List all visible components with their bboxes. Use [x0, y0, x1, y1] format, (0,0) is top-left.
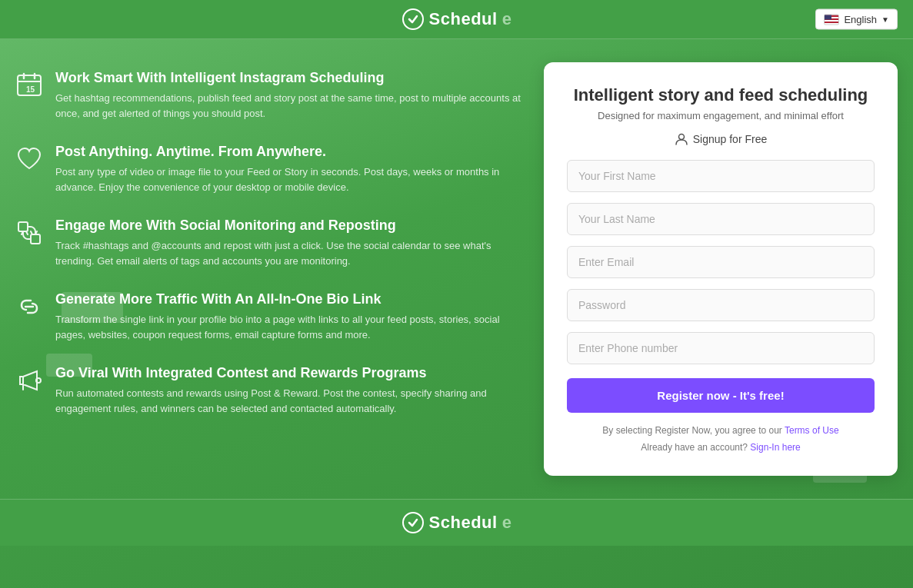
- feature-bio-link-title: Generate More Traffic With An All-In-One…: [55, 291, 521, 307]
- feature-scheduling-desc: Get hashtag recommendations, publish fee…: [55, 91, 521, 121]
- logo-text: Schedul: [429, 9, 498, 29]
- svg-point-11: [403, 513, 423, 533]
- repost-icon: [15, 219, 43, 247]
- register-button[interactable]: Register now - It's free!: [567, 378, 875, 413]
- feature-social-monitoring-text: Engage More With Social Monitoring and R…: [55, 218, 521, 268]
- feature-scheduling-text: Work Smart With Intelligent Instagram Sc…: [55, 70, 521, 121]
- feature-social-monitoring-desc: Track #hashtags and @accounts and repost…: [55, 238, 521, 268]
- feature-contest-text: Go Viral With Integrated Contest and Rew…: [55, 365, 521, 416]
- feature-contest-desc: Run automated contests and rewards using…: [55, 386, 521, 416]
- svg-point-9: [36, 378, 41, 383]
- language-label: English: [844, 14, 877, 25]
- footer-logo: Schedule: [402, 511, 512, 534]
- footer-logo-icon: [402, 511, 425, 534]
- feature-post-anywhere-desc: Post any type of video or image file to …: [55, 164, 521, 194]
- signup-label-text: Signup for Free: [693, 133, 768, 145]
- svg-point-10: [678, 135, 684, 140]
- person-icon: [675, 132, 688, 146]
- feature-post-anywhere: Post Anything. Anytime. From Anywhere. P…: [15, 144, 521, 194]
- feature-contest: Go Viral With Integrated Contest and Rew…: [15, 365, 521, 416]
- phone-input[interactable]: [567, 332, 875, 364]
- footer: Schedule: [0, 499, 913, 546]
- logo: Schedule: [402, 8, 512, 31]
- email-input[interactable]: [567, 246, 875, 278]
- password-input[interactable]: [567, 289, 875, 321]
- feature-bio-link-desc: Transform the single link in your profil…: [55, 312, 521, 342]
- feature-post-anywhere-title: Post Anything. Anytime. From Anywhere.: [55, 144, 521, 160]
- feature-scheduling-title: Work Smart With Intelligent Instagram Sc…: [55, 70, 521, 86]
- megaphone-icon: [15, 367, 43, 394]
- phone-group: [567, 332, 875, 364]
- feature-social-monitoring-title: Engage More With Social Monitoring and R…: [55, 218, 521, 234]
- feature-post-anywhere-text: Post Anything. Anytime. From Anywhere. P…: [55, 144, 521, 194]
- feature-contest-title: Go Viral With Integrated Contest and Rew…: [55, 365, 521, 381]
- svg-rect-7: [31, 234, 40, 244]
- footer-logo-text: Schedul: [429, 513, 498, 533]
- first-name-input[interactable]: [567, 160, 875, 192]
- svg-text:15: 15: [26, 85, 35, 94]
- svg-rect-6: [18, 222, 28, 231]
- email-group: [567, 246, 875, 278]
- language-selector[interactable]: English ▼: [815, 9, 898, 30]
- signup-label: Signup for Free: [567, 132, 875, 146]
- form-subtitle: Designed for maximum engagement, and min…: [567, 110, 875, 121]
- flag-icon: [824, 14, 839, 25]
- last-name-input[interactable]: [567, 203, 875, 235]
- calendar-icon: 15: [15, 71, 43, 99]
- signup-form-panel: Intelligent story and feed scheduling De…: [544, 62, 898, 476]
- feature-bio-link: Generate More Traffic With An All-In-One…: [15, 291, 521, 342]
- feature-social-monitoring: Engage More With Social Monitoring and R…: [15, 218, 521, 268]
- signin-text: Already have an account? Sign-In here: [567, 442, 875, 453]
- first-name-group: [567, 160, 875, 192]
- form-title: Intelligent story and feed scheduling: [567, 85, 875, 105]
- logo-icon: [402, 8, 425, 31]
- last-name-group: [567, 203, 875, 235]
- feature-scheduling: 15 Work Smart With Intelligent Instagram…: [15, 70, 521, 121]
- link-icon: [15, 293, 43, 321]
- password-group: [567, 289, 875, 321]
- signin-link[interactable]: Sign-In here: [750, 442, 800, 453]
- terms-link[interactable]: Terms of Use: [785, 425, 839, 436]
- feature-bio-link-text: Generate More Traffic With An All-In-One…: [55, 291, 521, 342]
- heart-icon: [15, 145, 43, 173]
- header: Schedule English ▼: [0, 0, 913, 39]
- svg-point-0: [403, 9, 423, 29]
- terms-text: By selecting Register Now, you agree to …: [567, 425, 875, 436]
- chevron-down-icon: ▼: [881, 15, 889, 24]
- features-panel: 15 Work Smart With Intelligent Instagram…: [15, 62, 521, 476]
